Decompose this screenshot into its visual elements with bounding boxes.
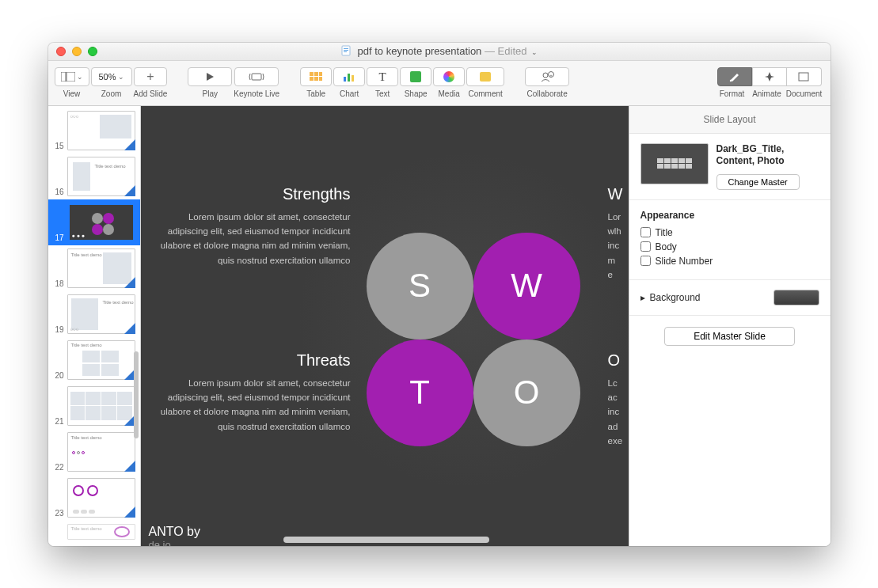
nav-slide[interactable]: 22 Title text demo	[48, 429, 140, 475]
nav-slide[interactable]: Title text demo	[48, 521, 140, 543]
nav-slide[interactable]: 15 ○○○	[48, 108, 140, 154]
title-dropdown-icon[interactable]: ⌄	[531, 48, 538, 56]
slide-number: 15	[53, 142, 64, 150]
appearance-heading: Appearance	[640, 210, 819, 221]
slide-thumbnail: Title text demo	[67, 248, 135, 288]
nav-slide[interactable]: 16 Title text demo	[48, 154, 140, 199]
title-checkbox-row[interactable]: Title	[640, 227, 819, 238]
view-button[interactable]: ⌄	[55, 67, 89, 86]
edit-master-slide-button[interactable]: Edit Master Slide	[664, 327, 795, 346]
window-edited-status: — Edited	[485, 45, 526, 57]
nav-scrollbar[interactable]	[134, 351, 139, 438]
media-button[interactable]	[433, 67, 465, 86]
collaborate-button[interactable]: +	[525, 67, 569, 86]
slide-thumbnail: Title text demo	[67, 524, 135, 540]
swot-t-circle: T	[367, 340, 473, 446]
document-icon	[798, 72, 809, 82]
slide-canvas[interactable]: Strengths Lorem ipsum dolor sit amet, co…	[141, 106, 629, 546]
chart-button[interactable]	[333, 67, 365, 86]
text-button[interactable]: T	[367, 67, 398, 86]
opportunities-body: Lc ac inc ad exe	[608, 376, 629, 449]
inspector-header: Slide Layout	[629, 106, 830, 134]
strengths-body: Lorem ipsum dolor sit amet, consectetur …	[157, 210, 351, 268]
brand-sub: de.io	[149, 539, 201, 546]
body-checkbox[interactable]	[640, 241, 651, 252]
background-disclosure[interactable]: ▸ Background	[640, 292, 701, 303]
shape-button[interactable]	[400, 67, 431, 86]
weaknesses-body: Lor wlh inc m e	[608, 210, 629, 283]
canvas-scrollbar[interactable]	[283, 537, 489, 543]
window-controls	[48, 47, 97, 56]
slide-content[interactable]: Strengths Lorem ipsum dolor sit amet, co…	[141, 106, 629, 546]
svg-rect-5	[67, 72, 75, 82]
slide-number: 20	[53, 371, 64, 380]
play-label: Play	[203, 89, 218, 98]
window-title: pdf to keynote presentation — Edited ⌄	[48, 45, 830, 57]
comment-button[interactable]	[466, 67, 504, 86]
close-window-button[interactable]	[56, 47, 66, 56]
slide-thumbnail: Title text demo	[67, 157, 135, 196]
slidenum-checkbox-row[interactable]: Slide Number	[640, 256, 819, 267]
svg-rect-9	[314, 72, 318, 76]
collaborate-label: Collaborate	[527, 89, 568, 98]
svg-rect-22	[799, 73, 808, 81]
brand-name: ANTO by	[149, 525, 201, 538]
nav-slide[interactable]: 20 Title text demo	[48, 337, 140, 383]
svg-rect-10	[319, 72, 322, 76]
format-button[interactable]	[717, 67, 752, 86]
table-label: Table	[306, 89, 325, 98]
svg-rect-1	[344, 48, 348, 49]
add-slide-label: Add Slide	[134, 89, 168, 98]
chart-icon	[343, 72, 355, 82]
slide-number: 16	[53, 188, 64, 196]
zoom-value: 50%	[98, 72, 116, 82]
threats-heading: Threats	[157, 351, 351, 370]
zoom-window-button[interactable]	[88, 47, 97, 56]
play-button[interactable]	[188, 67, 232, 86]
nav-slide[interactable]: 21	[48, 383, 140, 429]
minimize-window-button[interactable]	[72, 47, 82, 56]
table-button[interactable]	[300, 67, 332, 86]
play-icon	[205, 72, 215, 82]
media-label: Media	[439, 89, 460, 98]
nav-slide[interactable]: 23	[48, 475, 140, 521]
svg-marker-6	[207, 73, 214, 81]
text-label: Text	[375, 89, 390, 98]
view-label: View	[63, 89, 81, 98]
table-icon	[310, 72, 322, 82]
master-thumbnail	[640, 143, 709, 184]
change-master-button[interactable]: Change Master	[716, 174, 800, 190]
zoom-button[interactable]: 50% ⌄	[91, 67, 132, 86]
svg-rect-14	[344, 77, 346, 82]
body-checkbox-row[interactable]: Body	[640, 241, 819, 252]
threats-body: Lorem ipsum dolor sit amet, consectetur …	[157, 376, 351, 434]
master-name: Dark_BG_Title, Content, Photo	[716, 143, 819, 168]
svg-rect-15	[348, 74, 350, 82]
nav-slide[interactable]: 18 Title text demo	[48, 245, 140, 291]
slide-number: 19	[53, 325, 64, 334]
view-icon	[61, 72, 75, 82]
document-button[interactable]	[787, 67, 822, 86]
body: 15 ○○○ 16 Title text demo 17 ● ● ● 18	[48, 106, 830, 546]
add-slide-button[interactable]: +	[134, 67, 167, 86]
slide-thumbnail: Title text demo○○○	[67, 294, 135, 334]
keynote-live-button[interactable]	[234, 67, 279, 86]
animate-button[interactable]	[752, 67, 787, 86]
svg-rect-0	[342, 46, 350, 55]
strengths-heading: Strengths	[157, 185, 351, 203]
background-color-swatch[interactable]	[773, 290, 819, 305]
slide-navigator[interactable]: 15 ○○○ 16 Title text demo 17 ● ● ● 18	[48, 106, 141, 546]
animate-label: Animate	[750, 89, 785, 98]
slide-number: 18	[53, 279, 64, 288]
shape-icon	[410, 71, 421, 82]
nav-slide-selected[interactable]: 17 ● ● ●	[48, 199, 140, 245]
svg-rect-13	[319, 77, 322, 81]
svg-rect-8	[310, 72, 314, 76]
app-window: pdf to keynote presentation — Edited ⌄ ⌄…	[48, 43, 830, 546]
chart-label: Chart	[340, 89, 359, 98]
chevron-down-icon: ⌄	[118, 73, 124, 81]
title-checkbox[interactable]	[640, 227, 651, 237]
slidenum-checkbox[interactable]	[640, 256, 651, 266]
nav-slide[interactable]: 19 Title text demo○○○	[48, 291, 140, 337]
swot-diagram: S W T O	[367, 233, 588, 454]
